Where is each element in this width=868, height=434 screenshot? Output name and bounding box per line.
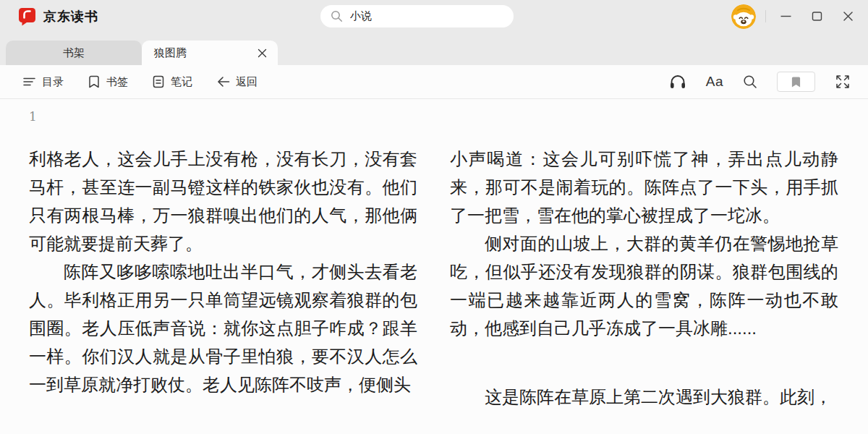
text-column-left: 利格老人，这会儿手上没有枪，没有长刀，没有套马杆，甚至连一副马镫这样的铁家伙也没… <box>29 145 417 411</box>
search-input[interactable] <box>349 9 503 23</box>
font-settings-button[interactable]: Aa <box>706 74 723 90</box>
bookmark-filled-icon <box>791 76 801 88</box>
font-settings-label: Aa <box>706 74 723 90</box>
text-columns: 利格老人，这会儿手上没有枪，没有长刀，没有套马杆，甚至连一副马镫这样的铁家伙也没… <box>29 145 839 411</box>
audio-reading-button[interactable] <box>669 74 686 90</box>
fullscreen-expand-icon <box>835 74 851 90</box>
paragraph: 这是陈阵在草原上第二次遇到大狼群。此刻， <box>450 383 838 411</box>
paragraph: 小声喝道：这会儿可别吓慌了神，弄出点儿动静来，那可不是闹着玩的。陈阵点了一下头，… <box>450 145 838 229</box>
notes-button[interactable]: 笔记 <box>152 75 192 89</box>
close-button[interactable] <box>833 0 864 33</box>
search-box[interactable] <box>320 5 514 27</box>
tab-book-wolf-totem[interactable]: 狼图腾 <box>142 41 278 65</box>
toolbar-right: Aa <box>669 72 851 92</box>
tab-label: 书架 <box>63 46 85 60</box>
search-icon <box>331 10 343 22</box>
back-label: 返回 <box>236 75 258 89</box>
search-in-book-button[interactable] <box>743 75 757 89</box>
minimize-button[interactable] <box>770 0 801 33</box>
search-icon <box>743 75 757 89</box>
titlebar: 京东读书 <box>0 0 868 33</box>
back-button[interactable]: 返回 <box>216 75 258 89</box>
jd-book-logo-icon <box>17 7 37 27</box>
page-number: 1 <box>29 109 839 124</box>
tab-label: 狼图腾 <box>154 46 187 60</box>
tab-close-icon[interactable] <box>258 48 267 58</box>
fullscreen-button[interactable] <box>835 74 851 90</box>
notes-icon <box>152 75 165 89</box>
toc-icon <box>22 75 36 88</box>
titlebar-divider <box>765 10 766 22</box>
reader-content: 1 利格老人，这会儿手上没有枪，没有长刀，没有套马杆，甚至连一副马镫这样的铁家伙… <box>0 109 868 411</box>
reader-toolbar: 目录 书签 笔记 <box>0 65 868 99</box>
bookmark-label: 书签 <box>106 75 128 89</box>
close-icon <box>843 11 854 22</box>
avatar[interactable] <box>731 4 756 29</box>
back-arrow-icon <box>216 76 230 88</box>
maximize-button[interactable] <box>801 0 833 33</box>
tab-bookshelf[interactable]: 书架 <box>6 41 142 65</box>
titlebar-right <box>731 0 864 33</box>
maximize-icon <box>812 11 822 22</box>
headphones-icon <box>669 74 686 90</box>
app-logo: 京东读书 <box>0 7 98 27</box>
paragraph: 陈阵又哆哆嗦嗦地吐出半口气，才侧头去看老人。毕利格正用另一只单筒望远镜观察着狼群… <box>29 258 417 399</box>
tab-bar: 书架 狼图腾 <box>0 33 868 65</box>
paragraph: 侧对面的山坡上，大群的黄羊仍在警惕地抢草吃，但似乎还没有发现狼群的阴谋。狼群包围… <box>450 229 838 342</box>
jd-reading-app: 京东读书 <box>0 0 868 411</box>
toc-button[interactable]: 目录 <box>22 75 64 89</box>
paragraph: 利格老人，这会儿手上没有枪，没有长刀，没有套马杆，甚至连一副马镫这样的铁家伙也没… <box>29 145 417 258</box>
toc-label: 目录 <box>42 75 64 89</box>
text-column-right: 小声喝道：这会儿可别吓慌了神，弄出点儿动静来，那可不是闹着玩的。陈阵点了一下头，… <box>450 145 838 411</box>
toolbar-left: 目录 书签 笔记 <box>22 75 258 89</box>
minimize-icon <box>780 11 791 22</box>
app-title: 京东读书 <box>43 8 98 25</box>
add-bookmark-toggle[interactable] <box>777 72 815 92</box>
bookmark-icon <box>88 75 101 89</box>
notes-label: 笔记 <box>171 75 192 89</box>
bookmark-list-button[interactable]: 书签 <box>88 75 128 89</box>
